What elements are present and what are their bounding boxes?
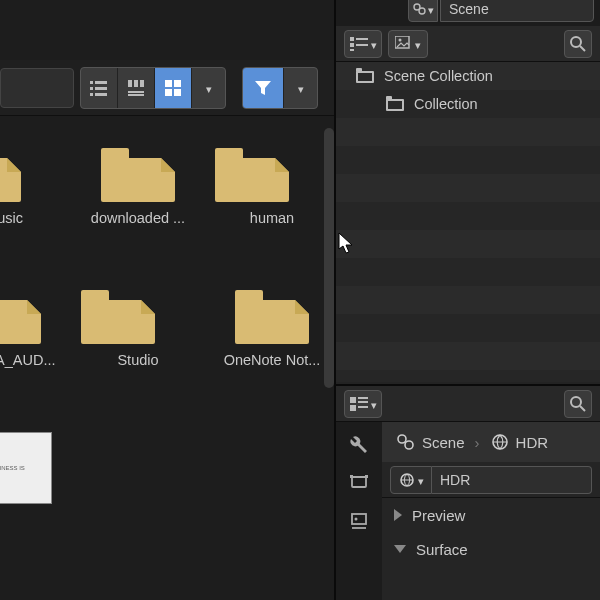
svg-rect-21: [350, 49, 354, 51]
display-list-horizontal-button[interactable]: [118, 68, 154, 108]
svg-point-23: [399, 38, 402, 41]
svg-rect-17: [350, 37, 354, 41]
file-browser-pane: Musicdownloaded ...humanMANDA_AUD...Stud…: [0, 0, 334, 600]
svg-rect-11: [165, 80, 172, 87]
svg-rect-30: [386, 96, 392, 100]
file-item[interactable]: human: [208, 144, 324, 274]
tab-tool[interactable]: [341, 430, 377, 460]
file-browser-path-input[interactable]: [0, 68, 74, 108]
world-datablock-browse[interactable]: [390, 466, 432, 494]
outliner-row-collection[interactable]: Collection: [336, 90, 600, 118]
file-label: MANDA_AUD...: [0, 352, 56, 368]
file-browser-scrollbar[interactable]: [324, 128, 334, 388]
outliner-body: Scene Collection Collection: [336, 62, 600, 382]
svg-point-45: [405, 441, 413, 449]
section-surface[interactable]: Surface: [382, 532, 600, 566]
svg-rect-4: [90, 93, 93, 96]
svg-point-43: [355, 518, 358, 521]
scene-name-input[interactable]: Scene: [440, 0, 594, 22]
svg-rect-34: [358, 401, 368, 403]
properties-search[interactable]: [564, 390, 592, 418]
svg-point-37: [571, 397, 581, 407]
svg-point-24: [571, 37, 581, 47]
svg-rect-36: [358, 406, 368, 408]
file-label: Studio: [117, 352, 158, 368]
svg-rect-31: [388, 101, 402, 109]
svg-rect-40: [350, 475, 353, 478]
world-icon: [490, 432, 510, 452]
folder-icon: [235, 290, 309, 344]
folder-icon: [0, 148, 21, 202]
svg-rect-5: [95, 93, 107, 96]
scene-dropdown[interactable]: [408, 0, 438, 22]
file-browser-toolbar: [0, 60, 334, 116]
display-options-dropdown[interactable]: [191, 68, 225, 108]
properties-body: HDR Preview Surface: [382, 462, 600, 600]
file-item[interactable]: HAPPINESS IS: [0, 428, 68, 558]
svg-rect-13: [165, 89, 172, 96]
tab-output[interactable]: [341, 506, 377, 536]
file-label: human: [250, 210, 294, 226]
filter-group: [242, 67, 318, 109]
svg-rect-18: [356, 38, 368, 40]
svg-rect-6: [128, 80, 132, 87]
properties-options[interactable]: [344, 390, 382, 418]
svg-rect-42: [352, 514, 366, 524]
svg-rect-32: [350, 397, 356, 403]
tab-render[interactable]: [341, 468, 377, 498]
collection-icon: [384, 96, 406, 112]
svg-rect-28: [358, 73, 372, 81]
breadcrumb-scene[interactable]: Scene: [396, 432, 465, 452]
svg-rect-41: [365, 475, 368, 478]
properties-tabs: [336, 422, 382, 600]
outliner-filter-images[interactable]: [388, 30, 428, 58]
properties-header: [336, 386, 600, 422]
svg-point-44: [398, 435, 406, 443]
world-datablock-row: HDR: [382, 462, 600, 498]
disclosure-down-icon: [394, 545, 406, 553]
file-item[interactable]: Studio: [74, 286, 202, 416]
svg-line-25: [580, 46, 585, 51]
svg-rect-39: [352, 477, 366, 487]
svg-rect-10: [128, 94, 144, 96]
file-grid: Musicdownloaded ...humanMANDA_AUD...Stud…: [0, 128, 324, 600]
outliner-row-label: Scene Collection: [384, 68, 493, 84]
right-pane: Scene Scene Collection Collection: [336, 0, 600, 600]
svg-rect-8: [140, 80, 144, 87]
outliner-row-scene-collection[interactable]: Scene Collection: [336, 62, 600, 90]
scene-icon: [396, 432, 416, 452]
svg-rect-35: [350, 405, 356, 411]
outliner-display-mode[interactable]: [344, 30, 382, 58]
breadcrumb-world-label: HDR: [516, 434, 549, 451]
display-thumbnails-button[interactable]: [155, 68, 191, 108]
svg-rect-7: [134, 80, 138, 87]
outliner-search[interactable]: [564, 30, 592, 58]
scene-row: Scene: [336, 0, 600, 26]
file-item[interactable]: Music: [0, 144, 68, 274]
display-list-vertical-button[interactable]: [81, 68, 117, 108]
outliner-row-label: Collection: [414, 96, 478, 112]
folder-icon: [101, 148, 175, 202]
section-label: Preview: [412, 507, 465, 524]
filter-dropdown[interactable]: [283, 68, 317, 108]
display-mode-group: [80, 67, 226, 109]
svg-rect-14: [174, 89, 181, 96]
section-preview[interactable]: Preview: [382, 498, 600, 532]
file-item[interactable]: OneNote Not...: [208, 286, 324, 416]
outliner-header: [336, 26, 600, 62]
svg-rect-9: [128, 91, 144, 93]
file-label: OneNote Not...: [224, 352, 321, 368]
folder-icon: [0, 290, 41, 344]
section-label: Surface: [416, 541, 468, 558]
file-item[interactable]: downloaded ...: [74, 144, 202, 274]
svg-rect-33: [358, 397, 368, 399]
svg-rect-19: [350, 43, 354, 47]
properties-panel: Scene HDR HDR Preview Surfa: [336, 384, 600, 600]
filter-button[interactable]: [243, 68, 283, 108]
breadcrumb-world[interactable]: HDR: [490, 432, 549, 452]
breadcrumb-scene-label: Scene: [422, 434, 465, 451]
file-label: Music: [0, 210, 23, 226]
properties-breadcrumb: Scene HDR: [382, 422, 600, 462]
world-datablock-name[interactable]: HDR: [432, 466, 592, 494]
file-item[interactable]: MANDA_AUD...: [0, 286, 68, 416]
